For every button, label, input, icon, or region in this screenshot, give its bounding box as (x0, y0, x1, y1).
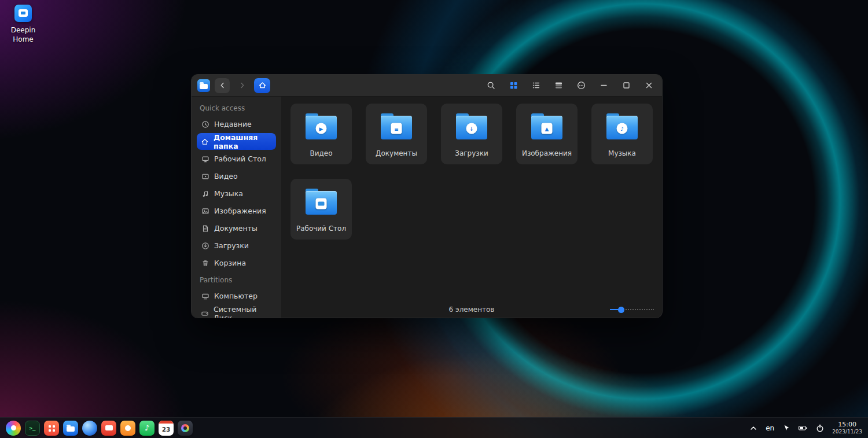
folder-card-videos[interactable]: ▶ Видео (290, 104, 352, 164)
calendar-icon[interactable]: 23 (159, 421, 174, 436)
clock-time: 15:00 (832, 421, 862, 429)
sidebar-item-home[interactable]: Домашняя папка (197, 133, 276, 150)
home-icon (258, 81, 267, 90)
folder-grid: ▶ Видео ≡ Документы ↓ Загру (290, 104, 653, 240)
close-button[interactable] (641, 78, 656, 93)
taskbar: >_ ♪ 23 en 15:00 2023/11/23 (0, 417, 868, 438)
search-icon (487, 81, 495, 90)
folder-card-desktop[interactable]: Рабочий Стол (290, 179, 352, 240)
file-view[interactable]: ▶ Видео ≡ Документы ↓ Загру (281, 97, 662, 318)
statusbar: 6 элементов (281, 301, 662, 318)
sidebar-item-music[interactable]: Музыка (197, 185, 276, 202)
battery-icon[interactable] (798, 424, 808, 432)
document-icon (201, 224, 209, 233)
sidebar-item-pictures[interactable]: Изображения (197, 203, 276, 219)
slider-knob[interactable] (618, 307, 624, 313)
sidebar-item-videos[interactable]: Видео (197, 168, 276, 185)
sidebar-item-label: Изображения (214, 207, 266, 215)
dock: >_ ♪ 23 (6, 421, 193, 436)
terminal-glyph: >_ (30, 425, 36, 431)
clock[interactable]: 15:00 2023/11/23 (832, 421, 862, 435)
folder-icon (306, 189, 337, 215)
software-center-icon[interactable] (101, 421, 116, 436)
document-emblem-icon: ≡ (391, 123, 402, 134)
sidebar-item-trash[interactable]: Корзина (197, 255, 276, 271)
more-options-icon (577, 81, 586, 90)
more-options-button[interactable] (573, 78, 589, 93)
folder-label: Видео (310, 149, 332, 157)
home-icon (201, 137, 209, 146)
back-button[interactable] (215, 78, 230, 93)
folder-label: Музыка (608, 149, 636, 157)
sidebar-item-computer[interactable]: Компьютер (197, 288, 276, 304)
clock-date: 2023/11/23 (832, 429, 862, 435)
music-icon (201, 189, 209, 198)
sidebar-item-label: Загрузки (214, 241, 249, 250)
control-center-icon[interactable] (178, 421, 193, 436)
system-tray: en 15:00 2023/11/23 (749, 421, 862, 435)
icon-size-slider[interactable] (610, 306, 654, 313)
tray-expand-button[interactable] (749, 424, 758, 433)
folder-card-music[interactable]: ♪ Музыка (591, 104, 653, 164)
detail-view-button[interactable] (551, 78, 566, 93)
deepin-home-icon[interactable] (14, 5, 32, 22)
browser-icon[interactable] (82, 421, 97, 436)
power-icon[interactable] (815, 424, 825, 433)
music-app-icon[interactable]: ♪ (139, 421, 155, 436)
search-button[interactable] (483, 78, 498, 93)
sidebar-item-desktop[interactable]: Рабочий Стол (197, 150, 276, 167)
folder-card-pictures[interactable]: ▲ Изображения (516, 104, 578, 164)
sidebar-item-label: Системный Диск (214, 305, 272, 318)
desktop-emblem-icon (316, 198, 327, 209)
sidebar-item-recent[interactable]: Недавние (197, 116, 276, 132)
desktop-shortcut-deepin-home[interactable]: Deepin Home (7, 5, 39, 44)
file-manager-icon[interactable] (63, 421, 78, 436)
sidebar-item-label: Корзина (214, 259, 246, 267)
sidebar-item-label: Музыка (214, 189, 243, 198)
cursor-tool-icon[interactable] (782, 424, 790, 432)
folder-label: Изображения (522, 149, 572, 157)
launcher-icon[interactable] (6, 421, 21, 436)
app-store-icon[interactable] (44, 421, 59, 436)
terminal-icon[interactable]: >_ (25, 421, 40, 436)
language-indicator[interactable]: en (766, 424, 774, 432)
grid-view-button[interactable] (506, 78, 521, 93)
sidebar-item-label: Компьютер (214, 292, 258, 300)
grid-view-icon (509, 81, 518, 90)
sidebar-item-system-disk[interactable]: Системный Диск (197, 305, 276, 318)
download-emblem-icon: ↓ (466, 123, 477, 134)
disk-icon (201, 309, 209, 318)
sidebar-item-label: Рабочий Стол (214, 154, 266, 163)
folder-label: Документы (376, 149, 417, 157)
sidebar-item-documents[interactable]: Документы (197, 220, 276, 237)
titlebar[interactable] (192, 75, 662, 97)
image-icon (201, 207, 209, 215)
maximize-icon (622, 81, 631, 90)
folder-card-documents[interactable]: ≡ Документы (366, 104, 427, 164)
detail-view-icon (554, 81, 563, 90)
items-count: 6 элементов (449, 306, 495, 314)
folder-icon: ▲ (531, 113, 562, 139)
sidebar-item-label: Видео (214, 172, 238, 181)
sidebar-section-header: Quick access (197, 102, 276, 116)
sidebar-item-label: Домашняя папка (214, 133, 272, 150)
minimize-icon (599, 81, 608, 90)
clock-icon (201, 120, 209, 128)
home-button[interactable] (254, 78, 270, 93)
video-icon (201, 172, 209, 181)
chevron-up-icon (749, 424, 758, 433)
sidebar-section-header: Partitions (197, 274, 276, 288)
folder-card-downloads[interactable]: ↓ Загрузки (441, 104, 502, 164)
music-emblem-icon: ♪ (617, 123, 628, 134)
folder-label: Загрузки (455, 149, 488, 157)
minimize-button[interactable] (596, 78, 611, 93)
file-manager-app-icon (197, 79, 210, 92)
maximize-button[interactable] (619, 78, 634, 93)
list-view-button[interactable] (528, 78, 543, 93)
chevron-left-icon (218, 81, 227, 90)
gallery-icon[interactable] (120, 421, 135, 436)
music-glyph: ♪ (145, 424, 149, 432)
calendar-day: 23 (162, 426, 171, 433)
forward-button[interactable] (234, 78, 249, 93)
sidebar-item-downloads[interactable]: Загрузки (197, 237, 276, 254)
